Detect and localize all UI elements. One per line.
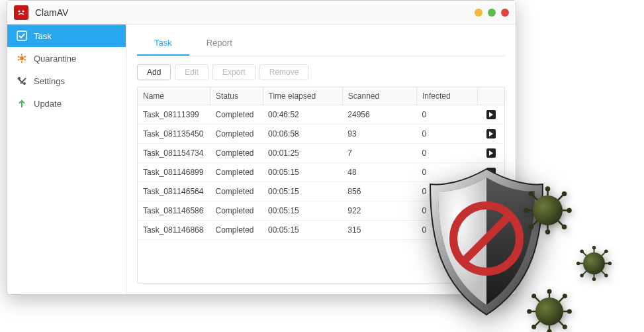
svg-point-5 (23, 82, 26, 85)
cell-status: Completed (210, 182, 263, 201)
play-button[interactable] (486, 129, 496, 138)
svg-point-39 (604, 249, 608, 253)
cell-name: Task_08111399 (138, 105, 210, 125)
cell-scanned: 315 (342, 221, 416, 240)
tab-report[interactable]: Report (189, 31, 250, 56)
cell-name: Task_081154734 (138, 144, 210, 163)
svg-marker-6 (489, 112, 493, 117)
svg-point-48 (527, 309, 531, 314)
col-header-time[interactable]: Time elapsed (263, 87, 342, 105)
col-header-action (477, 87, 504, 105)
table-row[interactable]: Task_08111399Completed00:46:52249560 (138, 105, 504, 125)
svg-point-22 (524, 208, 529, 213)
app-title: ClamAV (35, 7, 475, 18)
virus-icon (526, 288, 573, 332)
table-header-row: Name Status Time elapsed Scanned Infecte… (138, 87, 504, 105)
sidebar-item-task[interactable]: Task (7, 25, 126, 47)
maximize-button[interactable] (488, 9, 496, 17)
sidebar-item-update[interactable]: Update (7, 92, 126, 115)
app-logo-icon (14, 5, 28, 20)
svg-point-51 (563, 325, 567, 329)
cell-time: 00:05:15 (263, 221, 342, 240)
sidebar-item-quarantine[interactable]: Quarantine (7, 47, 126, 70)
cell-infected: 0 (416, 182, 477, 201)
svg-line-31 (582, 251, 606, 276)
cell-status: Completed (210, 144, 263, 163)
col-header-status[interactable]: Status (210, 87, 263, 105)
add-button[interactable]: Add (137, 64, 171, 80)
cell-name: Task_081146564 (138, 182, 210, 201)
tab-task[interactable]: Task (137, 31, 189, 56)
play-button[interactable] (486, 187, 496, 196)
col-header-name[interactable]: Name (138, 87, 210, 105)
table-row[interactable]: Task_081146868Completed00:05:153150 (138, 221, 504, 240)
svg-line-18 (531, 194, 565, 227)
cell-infected: 0 (416, 105, 477, 125)
cell-status: Completed (210, 125, 263, 144)
cell-time: 00:05:15 (263, 201, 342, 221)
minimize-button[interactable] (475, 9, 483, 17)
cell-scanned: 48 (342, 163, 416, 182)
svg-marker-8 (489, 150, 493, 156)
virus-icon (523, 186, 573, 235)
col-header-scanned[interactable]: Scanned (342, 87, 416, 105)
cell-name: Task_081146868 (138, 221, 210, 240)
svg-point-45 (535, 298, 563, 325)
export-button[interactable]: Export (212, 64, 255, 80)
task-table: Name Status Time elapsed Scanned Infecte… (137, 87, 505, 284)
svg-point-34 (592, 278, 596, 282)
sidebar-item-settings[interactable]: Settings (7, 70, 126, 92)
sidebar-item-label: Update (34, 99, 62, 109)
cell-infected: 0 (416, 144, 477, 163)
cell-infected: 0 (416, 125, 477, 144)
svg-point-52 (563, 294, 567, 298)
titlebar: ClamAV (7, 1, 516, 25)
svg-rect-2 (17, 31, 26, 40)
table-row[interactable]: Task_081146899Completed00:05:15480 (138, 163, 504, 182)
cell-time: 00:06:58 (263, 125, 342, 144)
table-row[interactable]: Task_081146564Completed00:05:158560 (138, 182, 504, 201)
table-row[interactable]: Task_081135450Completed00:06:58930 (138, 125, 504, 144)
svg-point-47 (547, 329, 552, 332)
table-row[interactable]: Task_081154734Completed00:01:2570 (138, 144, 504, 163)
play-button[interactable] (486, 206, 496, 215)
edit-button[interactable]: Edit (175, 64, 208, 80)
svg-point-37 (580, 249, 584, 253)
settings-icon (17, 76, 27, 86)
close-button[interactable] (501, 9, 509, 17)
play-button[interactable] (486, 168, 496, 177)
svg-point-32 (583, 252, 605, 274)
play-button[interactable] (486, 225, 496, 235)
cell-infected: 0 (416, 221, 477, 240)
tab-bar: Task Report (137, 31, 505, 56)
svg-point-1 (23, 10, 24, 12)
play-button[interactable] (486, 110, 496, 119)
update-icon (17, 98, 27, 109)
svg-point-46 (547, 289, 552, 294)
remove-button[interactable]: Remove (259, 64, 309, 80)
svg-marker-9 (489, 170, 493, 175)
svg-point-0 (19, 10, 21, 12)
cell-name: Task_081135450 (138, 125, 210, 144)
cell-status: Completed (210, 163, 263, 182)
col-header-infected[interactable]: Infected (416, 87, 477, 105)
cell-time: 00:05:15 (263, 182, 342, 201)
cell-name: Task_081146586 (138, 201, 210, 221)
svg-marker-7 (489, 131, 493, 137)
table-row[interactable]: Task_081146586Completed00:05:159220 (138, 201, 504, 221)
svg-point-23 (567, 208, 572, 213)
window-body: Task Quarantine Settings Update (7, 25, 516, 294)
cell-action (477, 182, 504, 201)
cell-scanned: 7 (342, 144, 416, 163)
svg-line-44 (534, 296, 565, 327)
cell-action (477, 201, 504, 221)
cell-scanned: 93 (342, 125, 416, 144)
svg-point-38 (604, 274, 608, 278)
quarantine-icon (17, 53, 27, 64)
check-icon (17, 30, 27, 41)
svg-point-33 (592, 246, 596, 250)
svg-line-30 (582, 251, 606, 276)
toolbar: Add Edit Export Remove (137, 56, 505, 87)
svg-point-36 (608, 262, 612, 266)
play-button[interactable] (486, 148, 496, 158)
